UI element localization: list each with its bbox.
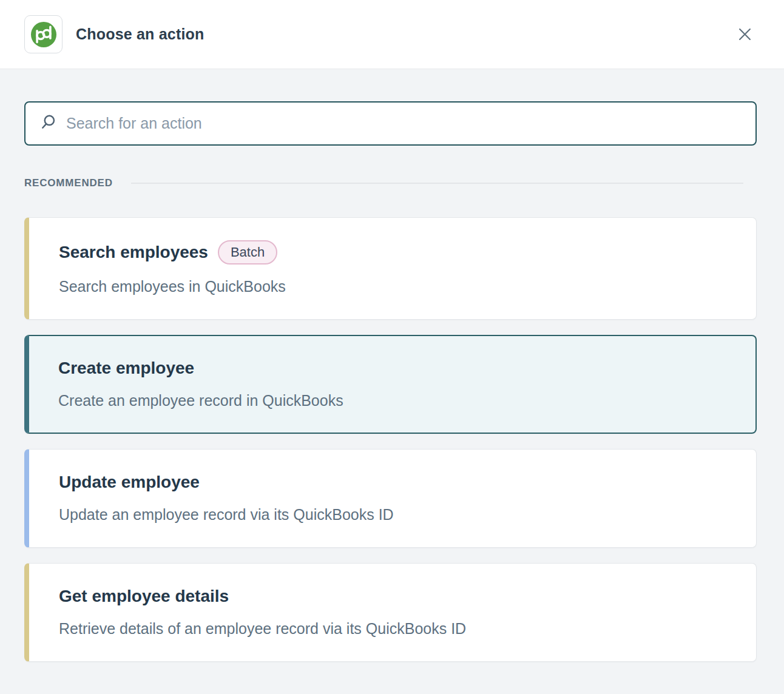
action-title: Create employee xyxy=(58,358,194,379)
search-icon xyxy=(40,114,56,133)
action-card-create-employee[interactable]: Create employee Create an employee recor… xyxy=(24,335,757,434)
close-button[interactable] xyxy=(732,22,757,47)
action-search-box[interactable] xyxy=(24,101,757,146)
action-card-search-employees[interactable]: Search employees Batch Search employees … xyxy=(24,217,757,320)
quickbooks-app-tile xyxy=(24,15,63,53)
action-card-get-employee-details[interactable]: Get employee details Retrieve details of… xyxy=(24,563,757,662)
action-description: Search employees in QuickBooks xyxy=(59,276,726,297)
quickbooks-logo-icon xyxy=(31,22,56,47)
action-description: Create an employee record in QuickBooks xyxy=(58,390,726,411)
dialog-title: Choose an action xyxy=(76,25,732,43)
action-list: Search employees Batch Search employees … xyxy=(24,217,757,662)
close-icon xyxy=(737,26,753,42)
dialog-header: Choose an action xyxy=(0,0,784,69)
action-title: Update employee xyxy=(59,472,200,493)
action-title: Search employees xyxy=(59,242,208,263)
recommended-label: RECOMMENDED xyxy=(24,177,113,189)
action-card-update-employee[interactable]: Update employee Update an employee recor… xyxy=(24,449,757,548)
search-input[interactable] xyxy=(66,115,741,132)
recommended-section-header: RECOMMENDED xyxy=(24,177,757,189)
batch-badge: Batch xyxy=(218,240,277,264)
section-divider xyxy=(131,183,743,184)
action-description: Retrieve details of an employee record v… xyxy=(59,618,726,639)
action-description: Update an employee record via its QuickB… xyxy=(59,504,726,525)
action-title: Get employee details xyxy=(59,586,229,607)
dialog-body: RECOMMENDED Search employees Batch Searc… xyxy=(0,69,784,662)
